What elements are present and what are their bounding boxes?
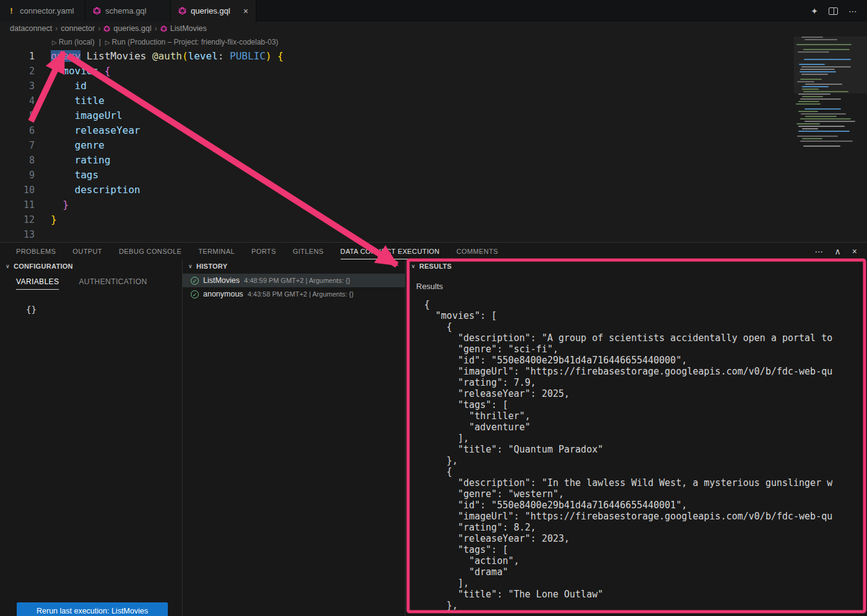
line-number: 8 — [0, 153, 35, 168]
editor-tab-connector.yaml[interactable]: !connector.yaml — [0, 0, 85, 22]
configuration-title: CONFIGURATION — [14, 262, 73, 270]
minimap[interactable] — [794, 37, 867, 150]
history-entry-meta: 4:48:59 PM GMT+2 | Arguments: {} — [244, 277, 350, 284]
line-numbers: 12345678910111213 — [0, 49, 35, 242]
minimap-line — [803, 49, 850, 50]
panel-tab-output[interactable]: OUTPUT — [72, 243, 102, 259]
history-entry-ListMovies[interactable]: ✓ListMovies4:48:59 PM GMT+2 | Arguments:… — [183, 274, 405, 287]
configuration-section: ∨ CONFIGURATION VARIABLES AUTHENTICATION… — [0, 259, 183, 616]
tab-authentication[interactable]: AUTHENTICATION — [79, 277, 147, 290]
minimap-line — [799, 64, 825, 65]
breadcrumb-separator: › — [98, 24, 100, 33]
code-line[interactable]: genre — [51, 138, 284, 153]
chevron-down-icon: ∨ — [6, 263, 10, 269]
code-line[interactable]: rating — [51, 153, 284, 168]
bottom-panel: PROBLEMSOUTPUTDEBUG CONSOLETERMINALPORTS… — [0, 242, 867, 616]
code-line[interactable]: id — [51, 79, 284, 93]
line-number: 1 — [0, 49, 35, 64]
graphql-icon — [93, 7, 101, 15]
minimap-line — [804, 39, 837, 40]
code-line[interactable]: tags — [51, 168, 284, 183]
results-json[interactable]: { "movies": [ { "description": "A group … — [424, 299, 867, 611]
minimap-line — [800, 98, 841, 100]
chevron-down-icon: ∨ — [411, 263, 416, 269]
code-line[interactable]: movies { — [51, 64, 284, 79]
history-list: ✓ListMovies4:48:59 PM GMT+2 | Arguments:… — [183, 274, 405, 301]
results-header[interactable]: ∨ RESULTS — [406, 259, 867, 273]
minimap-line — [804, 121, 855, 122]
panel-close-icon[interactable]: × — [852, 246, 857, 256]
code-line[interactable]: } — [51, 212, 284, 227]
minimap-line — [804, 59, 851, 60]
panel-more-icon[interactable]: ⋯ — [815, 246, 824, 256]
close-icon[interactable]: × — [237, 6, 248, 16]
tab-label: queries.gql — [191, 6, 230, 15]
minimap-line — [799, 71, 836, 72]
code-line[interactable]: imageUrl — [51, 108, 284, 123]
graphql-icon — [178, 7, 186, 15]
panel-tab-terminal[interactable]: TERMINAL — [198, 243, 235, 259]
sparkle-icon[interactable]: ✦ — [811, 6, 818, 16]
graphql-icon — [160, 25, 167, 32]
tab-variables[interactable]: VARIABLES — [16, 277, 59, 290]
history-entry-name: ListMovies — [203, 276, 240, 285]
panel-maximize-icon[interactable]: ∧ — [835, 246, 841, 256]
codelens-divider: | — [99, 38, 101, 46]
breadcrumb-item-connector[interactable]: connector — [61, 24, 95, 33]
panel-tab-debug-console[interactable]: DEBUG CONSOLE — [119, 243, 181, 259]
line-number: 3 — [0, 79, 35, 93]
results-label: Results — [416, 282, 867, 291]
line-number: 10 — [0, 183, 35, 197]
configuration-header[interactable]: ∨ CONFIGURATION — [0, 259, 182, 273]
split-editor-icon[interactable] — [829, 7, 838, 15]
more-actions-icon[interactable]: ⋯ — [848, 6, 857, 16]
history-entry-anonymous[interactable]: ✓anonymous4:43:58 PM GMT+2 | Arguments: … — [183, 287, 405, 301]
line-number: 2 — [0, 64, 35, 79]
minimap-line — [802, 86, 829, 87]
code-lines[interactable]: query ListMovies @auth(level: PUBLIC) { … — [51, 49, 284, 242]
minimap-line — [803, 91, 848, 92]
minimap-line — [800, 141, 853, 142]
panel-tab-ports[interactable]: PORTS — [251, 243, 276, 259]
rerun-button[interactable]: Rerun last execution: ListMovies — [17, 602, 168, 616]
code-line[interactable]: releaseYear — [51, 123, 284, 138]
breadcrumb-item-queries.gql[interactable]: queries.gql — [103, 24, 151, 33]
code-line[interactable]: } — [51, 197, 284, 212]
play-icon: ▷ — [105, 39, 110, 46]
code-line[interactable] — [51, 227, 284, 242]
panel-tab-comments[interactable]: COMMENTS — [456, 243, 498, 259]
code-line[interactable]: title — [51, 93, 284, 108]
editor-tab-queries.gql[interactable]: queries.gql× — [171, 0, 256, 22]
panel-tab-problems[interactable]: PROBLEMS — [16, 243, 56, 259]
tab-label: schema.gql — [105, 6, 146, 15]
graphql-icon — [103, 25, 110, 32]
minimap-line — [802, 89, 819, 90]
breadcrumb-item-ListMovies[interactable]: ListMovies — [160, 24, 207, 33]
chevron-down-icon: ∨ — [188, 263, 193, 269]
panel-tab-data-connect-execution[interactable]: DATA CONNECT EXECUTION — [341, 243, 440, 259]
code-line[interactable]: query ListMovies @auth(level: PUBLIC) { — [51, 49, 284, 64]
variables-value[interactable]: {} — [26, 305, 182, 315]
breadcrumb-item-dataconnect[interactable]: dataconnect — [10, 24, 52, 33]
run-production-link[interactable]: ▷ Run (Production – Project: friendly-fl… — [105, 38, 279, 46]
history-title: HISTORY — [196, 262, 227, 270]
editor-tab-schema.gql[interactable]: schema.gql — [85, 0, 171, 22]
minimap-line — [802, 96, 823, 97]
results-title: RESULTS — [419, 262, 452, 270]
minimap-line — [798, 126, 845, 127]
history-entry-meta: 4:43:58 PM GMT+2 | Arguments: {} — [248, 290, 354, 298]
minimap-line — [796, 103, 821, 105]
panel-tab-gitlens[interactable]: GITLENS — [293, 243, 324, 259]
line-number: 9 — [0, 168, 35, 183]
minimap-line — [802, 138, 823, 139]
minimap-line — [797, 81, 814, 82]
minimap-line — [796, 44, 852, 45]
line-number: 13 — [0, 227, 35, 242]
panel-actions: ⋯ ∧ × — [815, 246, 857, 256]
breadcrumb-separator: › — [155, 24, 157, 33]
history-header[interactable]: ∨ HISTORY — [183, 259, 405, 273]
tabbar-actions: ✦ ⋯ — [811, 0, 867, 22]
code-line[interactable]: description — [51, 183, 284, 197]
configuration-tabs: VARIABLES AUTHENTICATION — [0, 277, 182, 290]
run-local-link[interactable]: ▷ Run (local) — [52, 38, 95, 46]
